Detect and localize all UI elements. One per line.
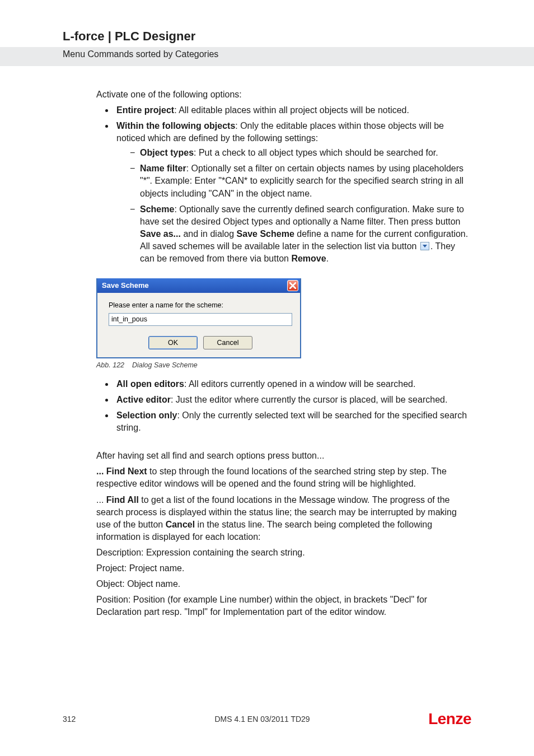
scheme-name-input[interactable] <box>109 313 292 326</box>
text: Position: Position (for example Line num… <box>96 594 471 618</box>
bold-text: Object types <box>140 148 194 157</box>
text: Description: Expression containing the s… <box>96 547 471 559</box>
text: and in dialog <box>181 229 237 239</box>
bold-text: Active editor <box>116 395 171 404</box>
bold-text: Name filter <box>140 164 186 173</box>
dialog-label: Please enter a name for the scheme: <box>109 301 292 310</box>
bold-text: Save as... <box>140 229 181 239</box>
text: : Put a check to all object types which … <box>194 148 438 157</box>
list-item: Within the following objects: Only the e… <box>114 120 471 265</box>
page-number: 312 <box>63 715 96 724</box>
text: : All editors currently opened in a wind… <box>184 379 416 389</box>
bold-text: Within the following objects <box>116 121 235 130</box>
caption-text: Dialog Save Scheme <box>132 361 198 369</box>
bold-text: Entire project <box>116 105 174 115</box>
list-item: Selection only: Only the currently selec… <box>114 409 471 434</box>
text: Object: Object name. <box>96 578 471 590</box>
ok-button[interactable]: OK <box>148 336 198 349</box>
save-scheme-dialog: Save Scheme Please enter a name for the … <box>96 278 301 358</box>
dialog-titlebar: Save Scheme <box>97 278 300 293</box>
text: After having set all find and search opt… <box>96 450 471 462</box>
figure-caption: Abb. 122Dialog Save Scheme <box>96 361 471 370</box>
intro-text: Activate one of the following options: <box>96 88 471 101</box>
bold-text: All open editors <box>116 379 184 389</box>
bold-text: Save Scheme <box>237 229 294 239</box>
text: : All editable places within all project… <box>174 105 409 115</box>
text: : Optionally set a filter on certain obj… <box>140 164 463 198</box>
text: : Just the editor where currently the cu… <box>171 395 447 404</box>
cancel-button[interactable]: Cancel <box>203 336 252 349</box>
sub-list-item: Scheme: Optionally save the currently de… <box>130 203 471 265</box>
list-item: All open editors: All editors currently … <box>114 378 471 390</box>
text: . <box>326 254 329 263</box>
text: to step through the found locations of t… <box>96 466 447 488</box>
sub-list-item: Object types: Put a check to all object … <box>130 147 471 159</box>
bold-text: Cancel <box>166 520 195 529</box>
close-icon <box>289 282 296 289</box>
brand-logo: Lenze <box>428 710 471 728</box>
page-footer: 312 DMS 4.1 EN 03/2011 TD29 Lenze <box>63 710 471 728</box>
list-item: Entire project: All editable places with… <box>114 104 471 116</box>
bold-text: Remove <box>291 254 326 263</box>
bold-text: Scheme <box>140 204 174 214</box>
dropdown-icon <box>420 242 429 250</box>
dialog-title: Save Scheme <box>102 281 149 291</box>
document-body: Activate one of the following options: E… <box>96 88 471 618</box>
text: Project: Project name. <box>96 562 471 575</box>
document-id: DMS 4.1 EN 03/2011 TD29 <box>96 715 428 724</box>
doc-title: L-force | PLC Designer <box>63 29 471 44</box>
close-button[interactable] <box>287 280 298 291</box>
list-item: Active editor: Just the editor where cur… <box>114 394 471 406</box>
doc-subtitle: Menu Commands sorted by Categories <box>63 49 471 59</box>
caption-number: Abb. 122 <box>96 361 124 369</box>
bold-text: Selection only <box>116 410 177 420</box>
text: : Optionally save the currently defined … <box>140 204 464 226</box>
sub-list-item: Name filter: Optionally set a filter on … <box>130 162 471 199</box>
text: ... <box>96 495 106 505</box>
bold-text: Find All <box>106 495 139 505</box>
bold-text: ... Find Next <box>96 466 147 476</box>
